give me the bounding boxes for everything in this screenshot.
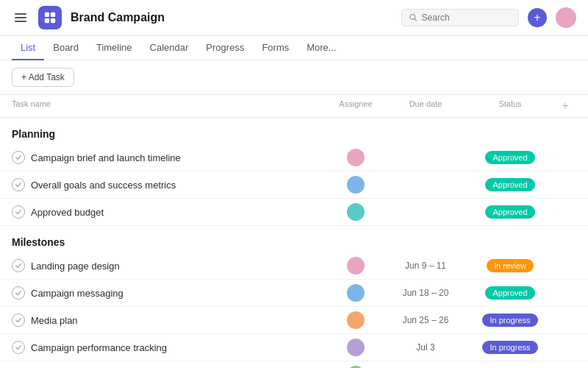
table-row[interactable]: Campaign performance tracking Jul 3 In p… <box>0 334 588 361</box>
section-header-1: Milestones <box>0 226 588 252</box>
col-header-taskname: Task name <box>12 99 326 113</box>
search-icon <box>409 13 417 22</box>
assignee-cell <box>326 149 385 166</box>
table-row[interactable]: Approved budget Approved <box>0 199 588 226</box>
status-cell: In progress <box>466 314 554 327</box>
section-header-0: Planning <box>0 118 588 144</box>
task-check-icon[interactable] <box>12 178 25 191</box>
table-row[interactable]: Campaign messaging Jun 18 – 20 Approved <box>0 280 588 307</box>
due-date-cell: Jun 18 – 20 <box>385 288 466 298</box>
tab-board[interactable]: Board <box>44 36 87 60</box>
section-milestones: Milestones Landing page design Jun 9 – 1… <box>0 226 588 368</box>
table-header: Task name Assignee Due date Status + <box>0 95 588 118</box>
task-check-icon[interactable] <box>12 314 25 327</box>
status-badge: Approved <box>485 151 534 164</box>
assignee-cell <box>326 284 385 302</box>
svg-rect-3 <box>51 18 55 23</box>
task-check-icon[interactable] <box>12 151 25 164</box>
assignee-cell <box>326 257 385 275</box>
status-badge: Approved <box>485 286 534 300</box>
due-date-cell: Jul 3 <box>385 342 466 353</box>
task-name-cell: Campaign brief and launch timeline <box>12 151 326 164</box>
status-badge: In progress <box>482 314 537 327</box>
task-name: Approved budget <box>31 207 104 218</box>
status-cell: Approved <box>466 205 554 219</box>
task-name: Landing page design <box>31 261 120 272</box>
header: Brand Campaign + <box>0 0 588 36</box>
status-cell: In review <box>466 259 554 272</box>
status-cell: Approved <box>466 286 554 300</box>
status-cell: Approved <box>466 151 554 164</box>
task-name-cell: Overall goals and success metrics <box>12 178 326 191</box>
task-name: Campaign brief and launch timeline <box>31 152 181 163</box>
task-check-icon[interactable] <box>12 341 25 354</box>
table-row[interactable]: Media plan Jun 25 – 26 In progress <box>0 307 588 334</box>
tab-list[interactable]: List <box>12 36 44 60</box>
task-name-cell: Campaign performance tracking <box>12 341 326 354</box>
search-input[interactable] <box>422 13 511 23</box>
svg-rect-1 <box>51 13 55 17</box>
status-badge: In review <box>487 259 534 272</box>
col-header-status: Status <box>466 99 554 113</box>
task-check-icon[interactable] <box>12 259 25 272</box>
task-name: Overall goals and success metrics <box>31 180 176 191</box>
task-name: Campaign messaging <box>31 288 123 299</box>
task-check-icon[interactable] <box>12 286 25 300</box>
project-title: Brand Campaign <box>71 11 165 24</box>
assignee-cell <box>326 203 385 221</box>
svg-rect-0 <box>45 13 49 17</box>
assignee-cell <box>326 311 385 329</box>
tab-more[interactable]: More... <box>298 36 345 60</box>
task-name-cell: Approved budget <box>12 205 326 219</box>
avatar <box>347 203 365 221</box>
task-name: Campaign performance tracking <box>31 342 167 353</box>
due-date-cell: Jun 25 – 26 <box>385 315 466 325</box>
task-name-cell: Media plan <box>12 314 326 327</box>
assignee-cell <box>326 339 385 356</box>
hamburger-menu[interactable] <box>12 10 29 25</box>
task-check-icon[interactable] <box>12 205 25 219</box>
table-row[interactable]: Overall goals and success metrics Approv… <box>0 171 588 199</box>
content-area: Planning Campaign brief and launch timel… <box>0 118 588 368</box>
table-row[interactable]: Campaign brief and launch timeline Appro… <box>0 144 588 171</box>
svg-rect-2 <box>45 18 49 23</box>
search-box[interactable] <box>401 9 519 26</box>
tab-timeline[interactable]: Timeline <box>87 36 141 60</box>
task-name-cell: Campaign messaging <box>12 286 326 300</box>
avatar <box>347 149 365 166</box>
due-date-cell: Jun 9 – 11 <box>385 261 466 271</box>
status-cell: Approved <box>466 178 554 191</box>
avatar <box>347 257 365 275</box>
col-header-assignee: Assignee <box>326 99 385 113</box>
tab-forms[interactable]: Forms <box>253 36 298 60</box>
table-row[interactable]: Customer stories finalized Jul 10 In pro… <box>0 361 588 368</box>
status-badge: In progress <box>482 341 537 354</box>
table-row[interactable]: Landing page design Jun 9 – 11 In review <box>0 252 588 280</box>
nav-tabs: List Board Timeline Calendar Progress Fo… <box>0 36 588 60</box>
section-planning: Planning Campaign brief and launch timel… <box>0 118 588 226</box>
avatar <box>347 339 365 356</box>
tab-calendar[interactable]: Calendar <box>141 36 198 60</box>
status-cell: In progress <box>466 341 554 354</box>
svg-line-5 <box>415 19 417 21</box>
assignee-cell <box>326 176 385 194</box>
status-badge: Approved <box>485 205 534 219</box>
avatar <box>347 284 365 302</box>
add-column-button[interactable]: + <box>554 99 576 113</box>
col-header-duedate: Due date <box>385 99 466 113</box>
toolbar: + Add Task <box>0 60 588 95</box>
task-name: Media plan <box>31 315 78 326</box>
task-name-cell: Landing page design <box>12 259 326 272</box>
svg-point-4 <box>410 15 415 20</box>
add-task-button[interactable]: + Add Task <box>12 68 74 87</box>
add-task-label: + Add Task <box>21 72 65 82</box>
avatar <box>347 176 365 194</box>
avatar <box>347 311 365 329</box>
tab-progress[interactable]: Progress <box>197 36 253 60</box>
user-avatar <box>556 7 576 28</box>
app-icon <box>38 6 62 29</box>
status-badge: Approved <box>485 178 534 191</box>
add-member-button[interactable]: + <box>528 8 547 27</box>
